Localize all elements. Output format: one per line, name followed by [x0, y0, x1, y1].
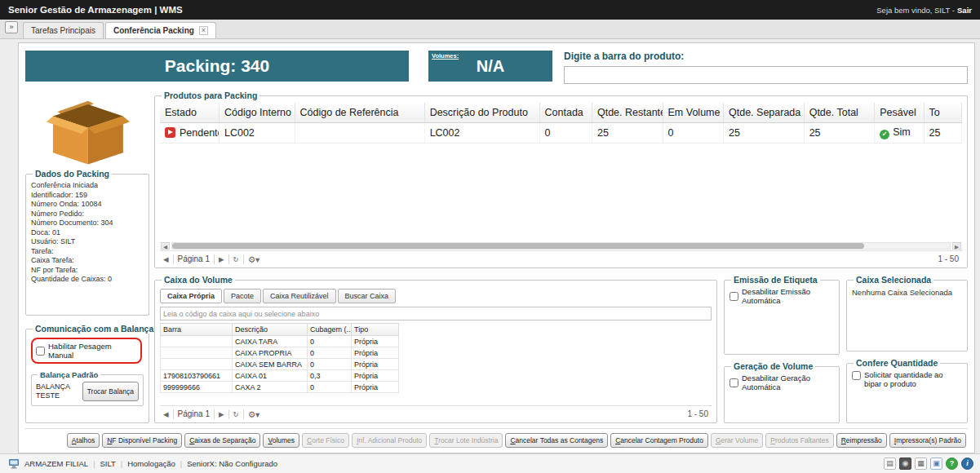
column-header-cubagem[interactable]: Cubagem (...: [308, 324, 352, 336]
caixas-de-separacao-button[interactable]: Caixas de Separação: [184, 433, 260, 448]
grid-settings-icon[interactable]: ⚙▾: [248, 254, 260, 264]
corte-fisico-button[interactable]: Corte Físico: [302, 433, 349, 448]
logout-link[interactable]: Sair: [957, 6, 972, 15]
pager-divider: [173, 409, 174, 419]
column-header-codigo-interno[interactable]: Código Interno: [219, 103, 295, 123]
manual-weighing-checkbox-input[interactable]: [36, 347, 45, 356]
prev-page-icon[interactable]: ◀: [163, 255, 169, 263]
codigo-interno-cell: LC002: [219, 123, 295, 144]
next-page-icon[interactable]: ▶: [219, 255, 224, 263]
tab-tarefas-principais[interactable]: Tarefas Principais: [23, 22, 104, 38]
atalhos-button[interactable]: Atalhos: [67, 433, 100, 448]
camera-icon[interactable]: ◉: [899, 458, 911, 470]
column-header-pesavel[interactable]: Pesável: [875, 103, 924, 123]
column-header-estado[interactable]: Estado: [160, 103, 219, 123]
dados-line: Usuário: SILT: [31, 237, 144, 247]
column-header-descricao[interactable]: Descrição: [233, 324, 308, 336]
pending-status-icon: [165, 127, 175, 138]
scroll-left-icon[interactable]: ◀: [161, 242, 170, 250]
cancelar-contagem-produto-button[interactable]: Cancelar Contagem Produto: [610, 433, 708, 448]
solicitar-quantidade-label: Solicitar quantidade ao bipar o produto: [864, 370, 962, 388]
change-scale-button[interactable]: Trocar Balança: [82, 382, 139, 401]
caixa-barcode-input[interactable]: [160, 307, 712, 320]
qtde-restante-cell: 25: [592, 123, 663, 144]
reimpressao-button[interactable]: Reimpressão: [836, 433, 887, 448]
inf-adicional-produto-button[interactable]: Inf. Adicional Produto: [352, 433, 427, 448]
column-header-qtde-separada[interactable]: Qtde. Separada: [724, 103, 805, 123]
desabilitar-geracao-checkbox-input[interactable]: [729, 378, 738, 387]
printer-icon[interactable]: ▦: [915, 458, 927, 470]
tab-pacote[interactable]: Pacote: [224, 289, 261, 303]
cancelar-todas-contagens-button[interactable]: Cancelar Todas as Contagens: [505, 433, 608, 448]
tipo-cell: Própria: [352, 382, 399, 393]
descricao-cell: CAXA 2: [233, 382, 308, 393]
nf-disponivel-packing-button[interactable]: NF Disponível Packing: [102, 433, 182, 448]
gerar-volume-button[interactable]: Gerar Volume: [711, 433, 763, 448]
caixa-row[interactable]: CAIXA SEM BARRA 0 Própria: [161, 359, 399, 370]
refresh-icon[interactable]: ↻: [233, 410, 239, 418]
pager-divider: [173, 254, 174, 264]
dados-line: Quantidade de Caixas: 0: [31, 275, 144, 285]
check-icon: ✔: [880, 130, 889, 139]
confere-quantidade-section: Confere Quantidade Solicitar quantidade …: [846, 358, 968, 423]
refresh-icon[interactable]: ↻: [233, 255, 239, 263]
pager-divider: [214, 409, 215, 419]
em-volume-cell: 0: [663, 123, 723, 144]
caixa-row[interactable]: 17908103790661 CAIXA 01 0,3 Própria: [161, 370, 399, 382]
monitor-icon[interactable]: ▣: [930, 458, 942, 470]
desabilitar-geracao-label: Desabilitar Geração Automática: [742, 374, 834, 391]
column-header-qtde-total[interactable]: Qtde. Total: [804, 103, 875, 123]
expand-panel-button[interactable]: »: [5, 21, 18, 33]
volumes-button[interactable]: Volumes: [263, 433, 299, 448]
impressoras-padrao-button[interactable]: Impressora(s) Padrão: [889, 433, 966, 448]
column-header-total[interactable]: To: [924, 103, 961, 123]
column-header-descricao[interactable]: Descrição do Produto: [424, 103, 539, 123]
help-icon[interactable]: ?: [946, 458, 958, 470]
caixa-row[interactable]: CAIXA TARA 0 Própria: [161, 336, 399, 347]
solicitar-quantidade-checkbox[interactable]: Solicitar quantidade ao bipar o produto: [852, 370, 962, 388]
next-page-icon[interactable]: ▶: [219, 410, 224, 418]
status-divider: |: [121, 460, 122, 468]
solicitar-quantidade-checkbox-input[interactable]: [852, 371, 861, 380]
column-header-codigo-referencia[interactable]: Código de Referência: [295, 103, 424, 123]
column-header-contada[interactable]: Contada: [539, 103, 592, 123]
scrollbar-track[interactable]: [171, 242, 951, 250]
desabilitar-emissao-checkbox-input[interactable]: [729, 292, 738, 301]
pager-divider: [228, 254, 229, 264]
scrollbar-thumb[interactable]: [172, 243, 864, 249]
scroll-right-icon[interactable]: ▶: [952, 242, 961, 250]
dados-packing-title: Dados do Packing: [33, 169, 112, 179]
tab-conferencia-packing[interactable]: Conferência Packing ×: [105, 22, 216, 38]
dados-line: Número Pedido:: [31, 210, 144, 219]
column-header-qtde-restante[interactable]: Qtde. Restante: [592, 103, 663, 123]
caixa-row[interactable]: CAIXA PROPRIA 0 Própria: [161, 347, 399, 359]
close-tab-icon[interactable]: ×: [199, 26, 208, 35]
barcode-input[interactable]: [564, 66, 968, 84]
caixa-selecionada-section: Caixa Selecionada Nenhuma Caixa Selecion…: [846, 275, 968, 351]
caixa-row[interactable]: 999999666 CAXA 2 0 Própria: [161, 382, 399, 393]
column-header-barra[interactable]: Barra: [161, 324, 233, 336]
desabilitar-emissao-checkbox[interactable]: Desabilitar Emissão Automática: [729, 287, 834, 305]
produtos-faltantes-button[interactable]: Produtos Faltantes: [765, 433, 833, 448]
produtos-horizontal-scrollbar[interactable]: ◀ ▶: [161, 241, 961, 250]
column-header-em-volume[interactable]: Em Volume: [663, 103, 723, 123]
desabilitar-geracao-checkbox[interactable]: Desabilitar Geração Automática: [729, 374, 834, 391]
caixa-volume-section: Caixa do Volume Caixa Própria Pacote Cai…: [154, 275, 717, 423]
side-column-1: Emissão de Etiqueta Desabilitar Emissão …: [724, 275, 840, 423]
pager-divider: [243, 254, 244, 264]
cubagem-cell: 0: [308, 347, 352, 359]
geracao-volume-section: Geração de Volume Desabilitar Geração Au…: [724, 361, 840, 423]
caixa-empty-area: [160, 393, 712, 405]
tab-caixa-reutilizavel[interactable]: Caixa Reutilizável: [263, 289, 336, 303]
tab-buscar-caixa[interactable]: Buscar Caixa: [338, 289, 397, 303]
info-icon[interactable]: i: [961, 458, 973, 470]
workspace: Packing: 340 Volumes: N/A Digite a barra…: [0, 39, 980, 453]
trocar-lote-industria-button[interactable]: Trocar Lote Indústria: [429, 433, 503, 448]
prev-page-icon[interactable]: ◀: [163, 410, 169, 418]
tab-caixa-propria[interactable]: Caixa Própria: [160, 289, 222, 303]
report-icon[interactable]: ▤: [884, 458, 896, 470]
grid-settings-icon[interactable]: ⚙▾: [248, 409, 260, 419]
product-row[interactable]: Pendente LC002 LC002 0 25 0 25 25 ✔Sim: [160, 123, 962, 144]
column-header-tipo[interactable]: Tipo: [352, 324, 399, 336]
manual-weighing-checkbox[interactable]: Habilitar Pesagem Manual: [36, 342, 137, 360]
